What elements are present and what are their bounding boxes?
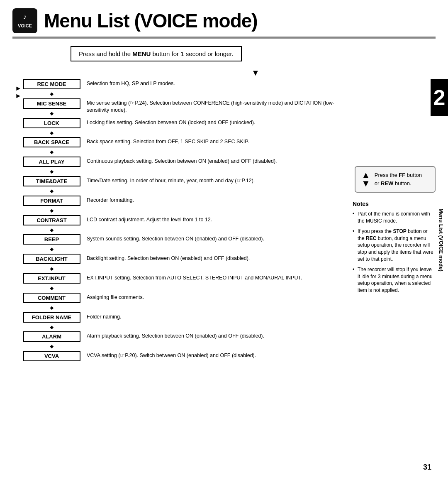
menu-row: TIME&DATE⬥Time/Date setting. In order of… [22, 176, 336, 196]
menu-box-col: EXT.INPUT⬥ [22, 273, 82, 293]
menu-row: LOCK⬥Locking files setting. Selection be… [22, 118, 336, 137]
menu-box-col: LOCK⬥ [22, 118, 82, 137]
page-number: 31 [423, 463, 431, 472]
menu-desc-5: Time/Date setting. In order of hour, min… [82, 176, 336, 184]
menu-box-col: BACK SPACE⬥ [22, 137, 82, 157]
down-arrow-2: ⬥ [49, 129, 54, 137]
menu-desc-10: EXT.INPUT setting. Selection from AUTO S… [82, 273, 336, 282]
notes-title: Notes [353, 200, 436, 208]
menu-box-col: CONTRAST⬥ [22, 215, 82, 235]
menu-desc-6: Recorder formatting. [82, 196, 336, 204]
down-arrow-9: ⬥ [49, 264, 54, 273]
instruction-down-arrow: ▼ [75, 68, 436, 77]
page-header: ♪ VOICE Menu List (VOICE mode) [12, 8, 436, 33]
menu-row: VCVAVCVA setting (☞P.20). Switch between… [22, 351, 336, 361]
note-bullet-1: • [353, 228, 354, 235]
down-arrow-10: ⬥ [49, 284, 54, 292]
bottom-right-arrow-icon: ► [15, 92, 22, 100]
down-arrow-0: ⬥ [49, 90, 54, 98]
down-arrow-3: ⬥ [49, 148, 54, 156]
flow-container: ► ► REC MODE⬥Selection from HQ, SP and L… [12, 79, 336, 361]
menu-desc-3: Back space setting. Selection from OFF, … [82, 137, 336, 145]
menu-box-mic-sense: MIC SENSE [23, 98, 80, 109]
note-bold-word: STOP [393, 228, 406, 234]
notes-section: Notes •Part of the menu is common with t… [353, 200, 436, 297]
menu-desc-1: Mic sense setting (☞P.24). Selection bet… [82, 98, 336, 114]
menu-box-vcva: VCVA [23, 351, 80, 361]
menu-box-col: VCVA [22, 351, 82, 361]
menu-row: ALL PLAY⬥Continuous playback setting. Se… [22, 157, 336, 176]
side-label: Menu List (VOICE mode) [438, 208, 445, 272]
menu-box-col: ALARM⬥ [22, 331, 82, 351]
ff-rew-arrows-icon: ▲ ▼ [361, 171, 370, 188]
right-column: 2 ▲ ▼ Press the FF button or REW button.… [344, 79, 436, 361]
menu-desc-8: System sounds setting. Selection between… [82, 234, 336, 242]
ff-bold: FF [399, 172, 405, 178]
menu-box-col: COMMENT⬥ [22, 293, 82, 312]
svg-rect-0 [12, 8, 37, 33]
instruction-box: Press and hold the MENU button for 1 sec… [71, 46, 242, 61]
down-arrow-11: ⬥ [49, 304, 54, 312]
menu-row: FORMAT⬥Recorder formatting. [22, 196, 336, 215]
menu-row: BACK SPACE⬥Back space setting. Selection… [22, 137, 336, 157]
page-container: ♪ VOICE Menu List (VOICE mode) Press and… [0, 0, 448, 480]
menu-row: BEEP⬥System sounds setting. Selection be… [22, 234, 336, 254]
notes-list: •Part of the menu is common with the MUS… [353, 211, 436, 294]
ff-rew-box: ▲ ▼ Press the FF button or REW button. [355, 166, 436, 193]
menu-box-time-date: TIME&DATE [23, 176, 80, 186]
menu-box-col: TIME&DATE⬥ [22, 176, 82, 196]
down-arrow-icon: ▼ [361, 179, 370, 188]
menu-box-folder-name: FOLDER NAME [23, 312, 80, 323]
note-item-1: •If you press the STOP button or the REC… [353, 228, 436, 263]
note-item-0: •Part of the menu is common with the MUS… [353, 211, 436, 225]
top-right-arrow-icon: ► [15, 85, 22, 92]
page-title: Menu List (VOICE mode) [44, 10, 258, 32]
note-item-2: •The recorder will stop if you leave it … [353, 266, 436, 294]
menu-box-rec-mode: REC MODE [23, 79, 80, 89]
menu-box-alarm: ALARM [23, 331, 80, 342]
menu-flow-column: ► ► REC MODE⬥Selection from HQ, SP and L… [12, 79, 336, 361]
menu-box-lock: LOCK [23, 118, 80, 128]
menu-box-contrast: CONTRAST [23, 215, 80, 225]
page-badge: 2 [431, 79, 448, 116]
menu-box-ext-input: EXT.INPUT [23, 273, 80, 284]
menu-box-comment: COMMENT [23, 293, 80, 303]
header-divider [12, 37, 436, 39]
menu-row: EXT.INPUT⬥EXT.INPUT setting. Selection f… [22, 273, 336, 293]
menu-row: BACKLIGHT⬥Backlight setting. Selection b… [22, 254, 336, 273]
down-arrow-6: ⬥ [49, 206, 54, 215]
down-arrow-5: ⬥ [49, 187, 54, 195]
note-bullet-2: • [353, 266, 354, 273]
menu-row: MIC SENSE⬥Mic sense setting (☞P.24). Sel… [22, 98, 336, 118]
menu-desc-12: Folder naming. [82, 312, 336, 321]
menu-box-all-play: ALL PLAY [23, 157, 80, 167]
main-content: ► ► REC MODE⬥Selection from HQ, SP and L… [12, 79, 436, 361]
menu-box-col: REC MODE⬥ [22, 79, 82, 98]
menu-row: COMMENT⬥Assigning file comments. [22, 293, 336, 312]
left-bracket: ► ► [12, 79, 22, 106]
menu-bold: MENU [132, 50, 151, 57]
menu-desc-14: VCVA setting (☞P.20). Switch between ON … [82, 351, 336, 359]
menu-box-col: BEEP⬥ [22, 234, 82, 254]
svg-text:VOICE: VOICE [18, 23, 32, 28]
menu-row: ALARM⬥Alarm playback setting. Selection … [22, 331, 336, 351]
menu-box-col: ALL PLAY⬥ [22, 157, 82, 176]
menu-box-back-space: BACK SPACE [23, 137, 80, 147]
rew-bold: REW [381, 180, 393, 186]
down-arrow-8: ⬥ [49, 245, 54, 253]
menu-row: CONTRAST⬥LCD contrast adjustment. Adjust… [22, 215, 336, 235]
menu-box-col: FORMAT⬥ [22, 196, 82, 215]
menu-box-beep: BEEP [23, 234, 80, 245]
down-arrow-13: ⬥ [49, 342, 54, 350]
menu-row: FOLDER NAME⬥Folder naming. [22, 312, 336, 332]
menu-desc-13: Alarm playback setting. Selection betwee… [82, 331, 336, 340]
note-text-2: The recorder will stop if you leave it i… [358, 267, 433, 293]
menu-desc-0: Selection from HQ, SP and LP modes. [82, 79, 336, 87]
down-arrow-12: ⬥ [49, 323, 54, 331]
down-arrow-7: ⬥ [49, 226, 54, 234]
menu-row: REC MODE⬥Selection from HQ, SP and LP mo… [22, 79, 336, 98]
down-arrow-4: ⬥ [49, 167, 54, 176]
menu-box-col: MIC SENSE⬥ [22, 98, 82, 118]
menu-box-col: FOLDER NAME⬥ [22, 312, 82, 332]
ff-rew-text: Press the FF button or REW button. [375, 171, 422, 187]
